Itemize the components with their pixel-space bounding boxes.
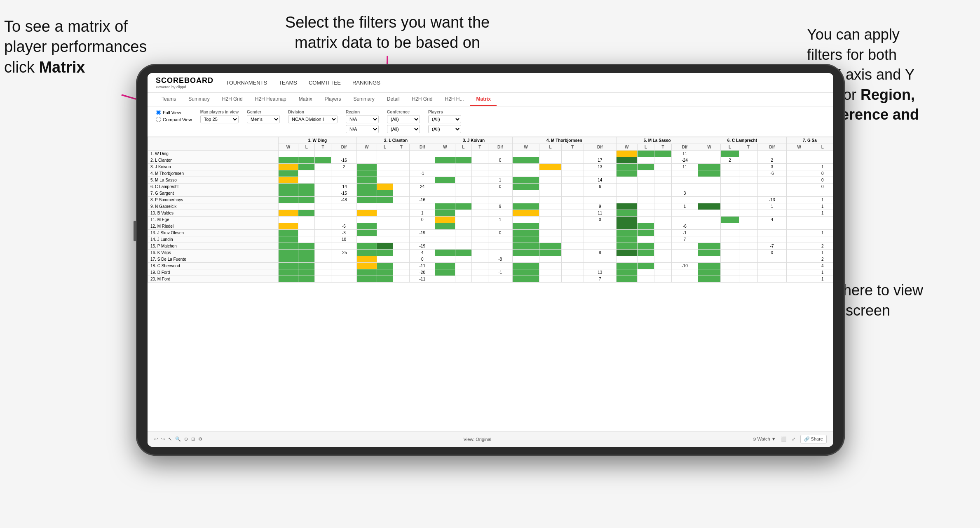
cell-15-12: [512, 250, 539, 256]
watch-button[interactable]: ⊙ Watch ▼: [753, 436, 776, 442]
table-row: 11. M Ege0104: [148, 217, 833, 223]
tab-summary2[interactable]: Summary: [347, 93, 380, 106]
cell-14-7: -19: [410, 243, 435, 250]
players-select2[interactable]: (All): [428, 125, 461, 133]
tab-matrix-active[interactable]: Matrix: [470, 93, 496, 106]
max-players-select[interactable]: Top 25: [200, 115, 239, 123]
undo-icon[interactable]: ↩: [154, 436, 158, 442]
cell-0-4: [356, 151, 377, 157]
cell-12-9: [455, 230, 471, 236]
cell-11-14: [561, 223, 584, 230]
cell-19-8: [435, 276, 455, 283]
zoom-out-icon[interactable]: ⊖: [184, 436, 188, 442]
cell-16-17: [637, 256, 654, 263]
cell-7-16: [616, 197, 637, 203]
conference-select2[interactable]: (All): [387, 125, 420, 133]
region-label: Region: [346, 110, 379, 114]
cell-11-7: [410, 223, 435, 230]
tab-h2h-grid[interactable]: H2H Grid: [216, 93, 249, 106]
cell-11-2: [315, 223, 331, 230]
cell-17-0: [278, 263, 298, 269]
cell-11-10: [471, 223, 488, 230]
cell-7-8: [435, 197, 455, 203]
tab-detail[interactable]: Detail: [381, 93, 406, 106]
cell-13-1: [298, 236, 315, 243]
nav-tournaments[interactable]: TOURNAMENTS: [226, 80, 267, 86]
cell-5-16: [616, 184, 637, 190]
cell-7-11: [488, 197, 512, 203]
cell-4-8: [435, 177, 455, 184]
cell-17-16: [616, 263, 637, 269]
fullscreen-icon[interactable]: ⤢: [792, 436, 795, 442]
cell-4-4: [356, 177, 377, 184]
cell-15-10: [471, 250, 488, 256]
filter-players: Players (All) (All): [428, 110, 461, 133]
tab-players[interactable]: Players: [319, 93, 347, 106]
zoom-in-icon[interactable]: 🔍: [175, 436, 181, 442]
cell-18-21: [721, 269, 739, 276]
nav-teams[interactable]: TEAMS: [279, 80, 297, 86]
share-button[interactable]: 🔗 Share: [800, 435, 827, 443]
cell-8-16: [616, 203, 637, 210]
cell-18-1: [298, 269, 315, 276]
region-select2[interactable]: N/A: [346, 125, 379, 133]
tab-matrix[interactable]: Matrix: [293, 93, 318, 106]
cursor-icon[interactable]: ↖: [168, 436, 172, 442]
fit-icon[interactable]: ⊞: [191, 436, 195, 442]
tab-h2h-grid2[interactable]: H2H Grid: [406, 93, 438, 106]
cell-14-24: [786, 243, 812, 250]
cell-3-17: [637, 170, 654, 177]
cell-4-17: [637, 177, 654, 184]
compact-view-option[interactable]: Compact View: [156, 117, 192, 122]
cell-14-19: [671, 243, 698, 250]
cell-15-2: [315, 250, 331, 256]
redo-icon[interactable]: ↪: [161, 436, 165, 442]
cell-10-15: 0: [584, 217, 616, 223]
nav-committee[interactable]: COMMITTEE: [309, 80, 341, 86]
cell-6-21: [721, 190, 739, 197]
cell-1-17: [637, 157, 654, 164]
gender-select[interactable]: Men's: [247, 115, 280, 123]
nav-rankings[interactable]: RANKINGS: [352, 80, 380, 86]
cell-3-12: [512, 170, 539, 177]
cell-2-12: [512, 164, 539, 170]
cell-13-9: [455, 236, 471, 243]
cell-0-12: [512, 151, 539, 157]
row-header-1: 2. L Clanton: [148, 157, 279, 164]
cell-0-19: 11: [671, 151, 698, 157]
cell-10-25: [812, 217, 833, 223]
conference-select1[interactable]: (All): [387, 115, 420, 123]
screen-icon[interactable]: ⬜: [781, 436, 787, 442]
cell-15-3: -25: [331, 250, 357, 256]
cell-8-23: 1: [757, 203, 786, 210]
cell-8-22: [739, 203, 757, 210]
cell-13-14: [561, 236, 584, 243]
cell-19-3: [331, 276, 357, 283]
tab-teams[interactable]: Teams: [156, 93, 182, 106]
matrix-container[interactable]: 1. W Ding 2. L Clanton 3. J Koivun 4. M …: [148, 137, 833, 445]
settings-icon[interactable]: ⚙: [198, 436, 202, 442]
cell-12-18: [654, 230, 672, 236]
full-view-radio[interactable]: [156, 110, 161, 115]
tab-h2h-heatmap[interactable]: H2H Heatmap: [249, 93, 292, 106]
table-row: 4. M Thorbjornsen-1-60: [148, 170, 833, 177]
cell-9-13: [539, 210, 562, 217]
cell-13-16: [616, 236, 637, 243]
cell-0-17: [637, 151, 654, 157]
cell-19-21: [721, 276, 739, 283]
cell-12-21: [721, 230, 739, 236]
row-header-19: 20. M Ford: [148, 276, 279, 283]
division-select[interactable]: NCAA Division I: [288, 115, 338, 123]
cell-14-8: [435, 243, 455, 250]
compact-view-radio[interactable]: [156, 117, 161, 122]
players-select1[interactable]: (All): [428, 115, 461, 123]
cell-17-19: -10: [671, 263, 698, 269]
cell-15-13: [539, 250, 562, 256]
cell-2-8: [435, 164, 455, 170]
region-select1[interactable]: N/A: [346, 115, 379, 123]
cell-7-24: [786, 197, 812, 203]
tab-h2h-h[interactable]: H2H H...: [439, 93, 469, 106]
full-view-option[interactable]: Full View: [156, 110, 192, 115]
tab-summary[interactable]: Summary: [183, 93, 215, 106]
cell-18-5: [377, 269, 393, 276]
